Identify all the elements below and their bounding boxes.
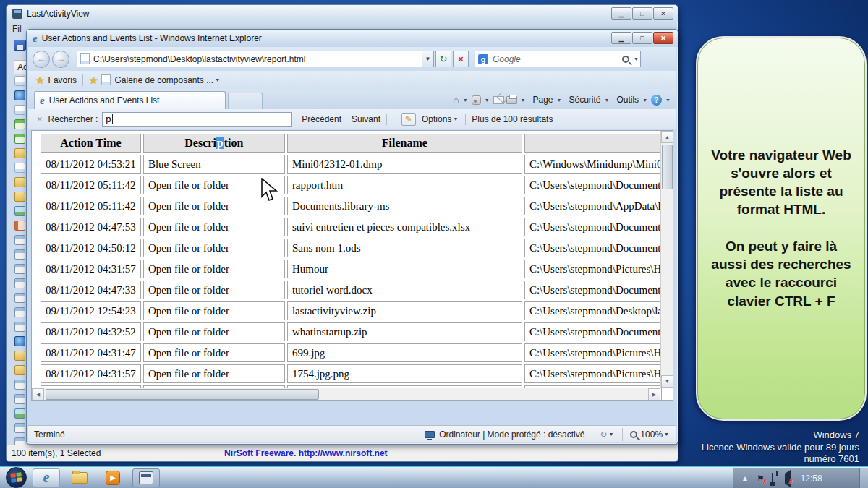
scroll-right-icon[interactable]: ▶ [648, 388, 660, 401]
help-icon[interactable]: ? [651, 95, 662, 106]
add-favorite-icon[interactable]: ★ [89, 74, 98, 86]
table-row: 09/11/2012 12:54:23Open file or folderla… [41, 301, 662, 320]
mail-icon[interactable] [493, 96, 504, 104]
annotation-paragraph-2: On peut y faire là aussi des recherches … [707, 237, 855, 309]
forward-button[interactable]: → [52, 51, 69, 68]
rss-icon[interactable] [472, 95, 481, 105]
new-tab-button[interactable] [228, 93, 263, 109]
lav-menu-file[interactable]: Fil [12, 24, 22, 34]
vertical-scroll-thumb[interactable] [662, 145, 673, 189]
save-icon[interactable] [14, 40, 26, 51]
page-dropdown-icon[interactable]: ▼ [557, 98, 562, 103]
zoom-icon[interactable] [630, 431, 637, 438]
app-file-icon [14, 278, 25, 288]
desktop: LastActivityView ▁ □ ✕ Fil Ac 100 item(s… [0, 0, 868, 488]
search-dropdown-icon[interactable]: ▼ [634, 56, 639, 61]
zone-dropdown-icon[interactable]: ▼ [608, 432, 613, 437]
image-file-icon [14, 408, 25, 419]
ie-titlebar[interactable]: e User Actions and Events List - Windows… [27, 30, 678, 47]
stop-button[interactable]: × [453, 51, 469, 67]
lav-maximize-button[interactable]: □ [632, 7, 652, 20]
text-caret [112, 114, 113, 124]
find-bar: × Rechercher : p Précédent Suivant ✎ Opt… [28, 109, 676, 129]
lav-minimize-button[interactable]: ▁ [611, 7, 631, 20]
highlight-pen-icon[interactable]: ✎ [401, 113, 416, 126]
divider [386, 114, 387, 125]
table-cell: suivi entretien et pieces compatibles.xl… [287, 218, 522, 236]
back-button[interactable]: ← [33, 51, 50, 68]
taskbar-item-media-player[interactable]: ▶ [99, 468, 127, 487]
folder-file-icon [14, 177, 25, 187]
home-icon[interactable]: ⌂ [453, 94, 459, 106]
refresh-button[interactable]: ↻ [435, 51, 451, 67]
tab-user-actions[interactable]: e User Actions and Events List [34, 91, 226, 109]
address-bar[interactable]: C:\Users\stepmond\Desktop\lastactivityvi… [77, 51, 422, 67]
taskbar-item-ie[interactable]: e [33, 468, 60, 487]
favorites-star-icon[interactable]: ★ [35, 74, 45, 86]
table-cell: 08/11/2012 04:31:57 [41, 260, 141, 278]
search-icon[interactable] [622, 56, 629, 63]
favorites-label[interactable]: Favoris [48, 75, 77, 85]
horizontal-scrollbar[interactable]: ◀ ▶ [32, 388, 660, 400]
print-dropdown-icon[interactable]: ▼ [521, 98, 526, 103]
network-icon[interactable] [772, 474, 773, 484]
find-previous-button[interactable]: Précédent [302, 114, 341, 124]
start-button[interactable] [6, 467, 27, 488]
tools-dropdown-icon[interactable]: ▼ [642, 98, 647, 103]
clock[interactable]: 12:58 [801, 474, 822, 484]
address-dropdown-icon[interactable]: ▼ [422, 51, 434, 67]
report-table: Action Time Description Filename 08/11/2… [38, 132, 664, 401]
action-center-flag-icon[interactable]: ⚑✗ [757, 474, 765, 484]
scroll-down-icon[interactable]: ▼ [661, 375, 673, 388]
lav-close-button[interactable]: ✕ [653, 7, 673, 20]
ie-minimize-button[interactable]: ▁ [611, 32, 631, 44]
gallery-dropdown-icon[interactable]: ▼ [215, 77, 220, 82]
table-cell: rapport.htm [287, 176, 522, 194]
scroll-up-icon[interactable]: ▲ [661, 131, 673, 143]
volume-muted-icon[interactable]: ✗ [785, 474, 791, 484]
help-dropdown-icon[interactable]: ▼ [665, 98, 671, 103]
table-cell: 1754.jpg.png [287, 364, 522, 383]
page-menu[interactable]: Page [533, 95, 553, 105]
refresh-lock-icon[interactable]: ↻ [600, 429, 607, 440]
folder-file-icon [14, 351, 25, 361]
table-cell: Open file or folder [143, 239, 285, 257]
vertical-scrollbar[interactable]: ▲ ▼ [660, 131, 673, 388]
tools-menu[interactable]: Outils [616, 95, 639, 105]
calc-file-icon [14, 134, 25, 144]
find-options-button[interactable]: Options [422, 114, 451, 124]
app-file-icon [14, 380, 25, 390]
lav-titlebar[interactable]: LastActivityView ▁ □ ✕ [7, 5, 678, 22]
taskbar-item-explorer[interactable] [66, 468, 93, 487]
doc-file-icon [14, 76, 25, 86]
horizontal-scroll-thumb[interactable] [46, 389, 319, 400]
options-dropdown-icon[interactable]: ▼ [453, 116, 458, 121]
scroll-left-icon[interactable]: ◀ [32, 388, 44, 401]
ie-close-button[interactable]: ✕ [653, 32, 673, 44]
table-cell: Mini042312-01.dmp [287, 155, 522, 174]
find-input[interactable]: p [102, 112, 292, 127]
divider [82, 74, 83, 86]
taskbar-item-lastactivityview[interactable] [132, 468, 160, 487]
show-desktop-button[interactable] [859, 468, 868, 488]
security-menu[interactable]: Sécurité [569, 95, 600, 105]
gallery-label[interactable]: Galerie de composants ... [114, 75, 213, 85]
home-dropdown-icon[interactable]: ▼ [463, 98, 468, 103]
app-file-icon [14, 235, 25, 245]
print-icon[interactable] [506, 96, 517, 104]
rss-dropdown-icon[interactable]: ▼ [485, 98, 490, 103]
zoom-level[interactable]: 100% [640, 429, 663, 440]
table-cell: C:\Users\stepmond\Documents\t [524, 281, 662, 299]
ie-maximize-button[interactable]: □ [632, 32, 652, 44]
table-cell: Open file or folder [143, 343, 285, 362]
security-dropdown-icon[interactable]: ▼ [605, 98, 610, 103]
find-next-button[interactable]: Suivant [352, 114, 380, 124]
zoom-dropdown-icon[interactable]: ▼ [664, 432, 669, 437]
nirsoft-link[interactable]: NirSoft Freeware. http://www.nirsoft.net [224, 448, 388, 458]
show-hidden-icons[interactable]: ▲ [741, 474, 749, 484]
find-close-icon[interactable]: × [37, 114, 43, 124]
tab-row: e User Actions and Events List ⌂▼ ▼ ▼ Pa… [28, 89, 676, 109]
table-row: 08/11/2012 04:47:53Open file or foldersu… [41, 218, 662, 236]
search-input[interactable]: g Google ▼ [475, 51, 641, 67]
table-cell: 08/11/2012 04:50:12 [41, 239, 141, 257]
